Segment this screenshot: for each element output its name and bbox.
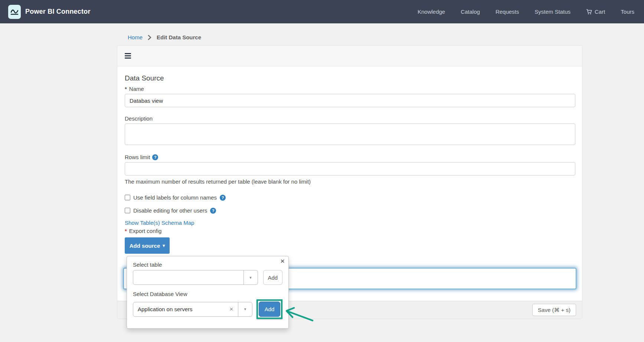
required-asterisk: * [125,86,127,92]
select-table-row: ▾ Add [133,270,282,285]
use-field-labels-checkbox[interactable] [125,195,130,200]
nav-item-requests[interactable]: Requests [496,9,519,15]
add-view-highlight-box: Add [256,299,282,319]
disable-editing-row: Disable editing for other users ? [125,207,575,214]
rows-limit-helper-text: The maximum number of results returned p… [125,178,575,185]
description-textarea[interactable] [125,124,575,145]
panel-header [117,46,582,66]
select-database-view-value: Application on servers [133,302,225,316]
clear-selection-icon[interactable]: ✕ [225,302,238,316]
select-table-combobox[interactable]: ▾ [133,270,258,285]
select-table-value [133,270,243,285]
required-asterisk-red: * [125,228,127,234]
select-table-dropdown-icon[interactable]: ▾ [243,270,258,285]
chevron-down-icon: ▾ [163,243,165,248]
add-view-button[interactable]: Add [259,302,280,317]
nav-item-catalog[interactable]: Catalog [461,9,480,15]
export-config-label: * Export config [125,228,575,234]
breadcrumb: Home Edit Data Source [128,34,201,40]
select-database-view-label: Select Database View [133,291,282,297]
disable-editing-checkbox[interactable] [125,208,130,213]
add-source-button[interactable]: Add source ▾ [125,237,170,254]
add-source-popover: ✕ Select table ▾ Add Select Database Vie… [127,256,289,329]
nav-menu: Knowledge Catalog Requests System Status… [418,9,636,15]
rows-limit-help-icon[interactable]: ? [152,154,158,160]
select-table-label: Select table [133,262,282,268]
select-database-view-combobox[interactable]: Application on servers ✕ ▾ [133,302,252,317]
show-schema-map-link[interactable]: Show Table(s) Schema Map [125,220,194,226]
nav-item-cart[interactable]: Cart [586,9,605,15]
select-database-view-dropdown-icon[interactable]: ▾ [238,302,252,316]
add-table-button[interactable]: Add [263,270,282,285]
use-field-labels-help-icon[interactable]: ? [220,195,226,201]
app-title: Power BI Connector [25,8,91,16]
name-field-label: * Name [125,86,575,92]
close-icon[interactable]: ✕ [280,258,285,264]
disable-editing-help-icon[interactable]: ? [210,208,216,214]
description-field-label: Description [125,115,575,122]
power-bi-connector-logo-icon [8,5,21,19]
disable-editing-label: Disable editing for other users [133,207,207,214]
page-title: Data Source [125,74,575,83]
select-database-view-row: Application on servers ✕ ▾ Add [133,299,282,319]
cart-icon [586,9,592,15]
nav-item-cart-label: Cart [595,9,605,15]
breadcrumb-current-page: Edit Data Source [157,34,201,40]
panel-body: Data Source * Name Description Rows limi… [117,66,582,261]
nav-item-knowledge[interactable]: Knowledge [418,9,445,15]
use-field-labels-label: Use field labels for column names [133,194,217,201]
name-input[interactable] [125,94,575,107]
nav-item-system-status[interactable]: System Status [535,9,571,15]
brand[interactable]: Power BI Connector [8,5,91,19]
breadcrumb-home-link[interactable]: Home [128,34,143,40]
rows-limit-input[interactable] [125,162,575,175]
top-navbar: Power BI Connector Knowledge Catalog Req… [0,0,644,23]
hamburger-menu-icon[interactable] [125,52,131,60]
nav-item-tours[interactable]: Tours [621,9,634,15]
breadcrumb-chevron-icon [148,35,151,40]
save-button[interactable]: Save (⌘ + s) [532,304,576,316]
rows-limit-field-label: Rows limit ? [125,154,575,161]
use-field-labels-row: Use field labels for column names ? [125,194,575,201]
